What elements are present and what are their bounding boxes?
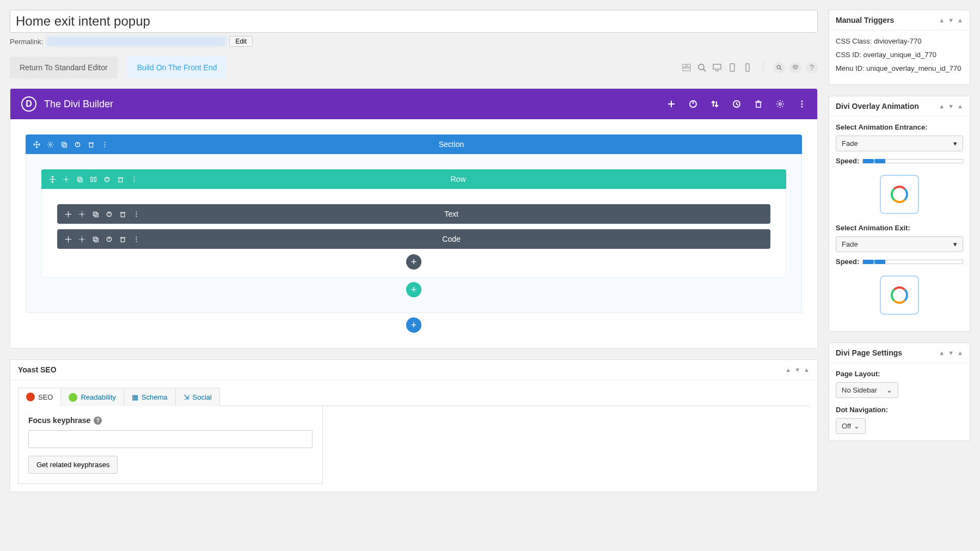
related-keyphrases-button[interactable]: Get related keyphrases <box>28 456 118 474</box>
search-icon[interactable] <box>773 62 785 74</box>
tab-readability[interactable]: Readability <box>61 388 124 406</box>
add-module-button[interactable]: + <box>406 254 421 270</box>
more-icon[interactable] <box>133 236 140 243</box>
permalink-url[interactable] <box>46 36 226 46</box>
panel-toggle-icon[interactable]: ▲ <box>957 350 963 356</box>
panel-down-icon[interactable]: ▼ <box>948 350 954 356</box>
zoom-icon[interactable] <box>696 62 707 73</box>
power-icon[interactable] <box>106 211 113 218</box>
trash-icon[interactable] <box>754 100 763 108</box>
add-row-button[interactable]: + <box>406 282 421 297</box>
trash-icon[interactable] <box>119 236 126 243</box>
power-icon[interactable] <box>74 141 81 148</box>
svg-point-62 <box>136 213 137 215</box>
wireframe-icon[interactable] <box>681 62 692 73</box>
exit-select[interactable]: Fade ▾ <box>836 236 963 252</box>
share-icon: ⇲ <box>183 393 189 401</box>
trash-icon[interactable] <box>117 176 124 183</box>
move-icon[interactable] <box>49 176 56 183</box>
panel-up-icon[interactable]: ▲ <box>939 103 945 109</box>
more-icon[interactable] <box>131 176 138 183</box>
more-icon[interactable] <box>101 141 108 148</box>
help-icon[interactable]: ? <box>94 417 102 425</box>
help-icon[interactable]: ? <box>806 62 818 74</box>
svg-point-66 <box>81 238 83 240</box>
dot-nav-select[interactable]: Off ⌄ <box>836 418 866 434</box>
panel-down-icon[interactable]: ▼ <box>948 17 954 23</box>
edit-permalink-button[interactable]: Edit <box>229 36 253 47</box>
svg-point-63 <box>136 216 137 217</box>
svg-rect-8 <box>746 64 749 71</box>
duplicate-icon[interactable] <box>92 236 99 243</box>
svg-point-61 <box>136 211 137 212</box>
gear-icon[interactable] <box>78 211 85 218</box>
svg-point-37 <box>104 146 105 147</box>
seo-panel-title: Yoast SEO <box>18 365 57 374</box>
gear-icon[interactable] <box>776 100 785 108</box>
more-icon[interactable] <box>798 100 806 108</box>
panel-toggle-icon[interactable]: ▲ <box>804 366 810 373</box>
tab-seo[interactable]: SEO <box>18 388 61 406</box>
svg-point-24 <box>801 103 803 105</box>
svg-point-40 <box>65 178 67 180</box>
tablet-icon[interactable] <box>727 62 738 73</box>
svg-point-36 <box>104 144 105 145</box>
svg-rect-30 <box>63 143 67 147</box>
svg-line-10 <box>780 69 782 70</box>
trash-icon[interactable] <box>119 211 126 218</box>
exit-preview <box>880 276 919 315</box>
panel-up-icon[interactable]: ▲ <box>939 17 945 23</box>
svg-rect-42 <box>79 178 83 182</box>
svg-point-9 <box>777 65 780 69</box>
panel-toggle-icon[interactable]: ▲ <box>957 17 963 23</box>
svg-marker-11 <box>793 65 798 68</box>
panel-down-icon[interactable]: ▼ <box>794 366 800 373</box>
panel-up-icon[interactable]: ▲ <box>785 366 791 373</box>
tab-social[interactable]: ⇲ Social <box>176 388 220 406</box>
build-frontend-button[interactable]: Build On The Front End <box>127 57 227 78</box>
entrance-preview <box>880 175 919 214</box>
panel-toggle-icon[interactable]: ▲ <box>957 103 963 109</box>
power-icon[interactable] <box>106 236 113 243</box>
clock-icon[interactable] <box>732 100 741 108</box>
gear-icon[interactable] <box>47 141 54 148</box>
move-icon[interactable] <box>65 236 72 243</box>
panel-down-icon[interactable]: ▼ <box>948 103 954 109</box>
entrance-speed-slider[interactable]: 1 <box>862 159 963 163</box>
columns-icon[interactable] <box>90 176 97 183</box>
trash-icon[interactable] <box>88 141 95 148</box>
move-icon[interactable] <box>65 211 72 218</box>
svg-point-54 <box>81 213 83 215</box>
return-standard-editor-button[interactable]: Return To Standard Editor <box>10 57 118 78</box>
focus-keyphrase-input[interactable] <box>28 430 313 448</box>
move-icon[interactable] <box>33 141 40 148</box>
svg-point-75 <box>136 241 137 242</box>
row-label: Row <box>138 175 779 183</box>
exit-speed-slider[interactable]: 1 <box>862 260 963 264</box>
duplicate-icon[interactable] <box>76 176 83 183</box>
add-icon[interactable] <box>667 100 676 108</box>
divider <box>763 61 763 74</box>
layers-icon[interactable] <box>789 62 801 74</box>
power-icon[interactable] <box>689 100 697 108</box>
desktop-icon[interactable] <box>712 62 722 73</box>
page-layout-select[interactable]: No Sidebar ⌄ <box>836 382 898 398</box>
svg-rect-0 <box>683 64 686 67</box>
more-icon[interactable] <box>133 211 140 218</box>
power-icon[interactable] <box>103 176 111 183</box>
post-title-input[interactable] <box>10 10 818 33</box>
duplicate-icon[interactable] <box>92 211 99 218</box>
svg-rect-19 <box>756 102 761 107</box>
chevron-down-icon: ⌄ <box>886 386 892 394</box>
entrance-select[interactable]: Fade ▾ <box>836 136 963 151</box>
gear-icon[interactable] <box>63 176 70 183</box>
add-section-button[interactable]: + <box>406 317 421 333</box>
tab-schema[interactable]: ▦ Schema <box>124 388 176 406</box>
css-id-value: CSS ID: overlay_unique_id_770 <box>836 51 963 59</box>
svg-rect-44 <box>94 177 96 181</box>
duplicate-icon[interactable] <box>60 141 68 148</box>
sort-icon[interactable] <box>710 100 719 108</box>
phone-icon[interactable] <box>742 62 753 73</box>
panel-up-icon[interactable]: ▲ <box>939 350 945 356</box>
gear-icon[interactable] <box>78 236 85 243</box>
